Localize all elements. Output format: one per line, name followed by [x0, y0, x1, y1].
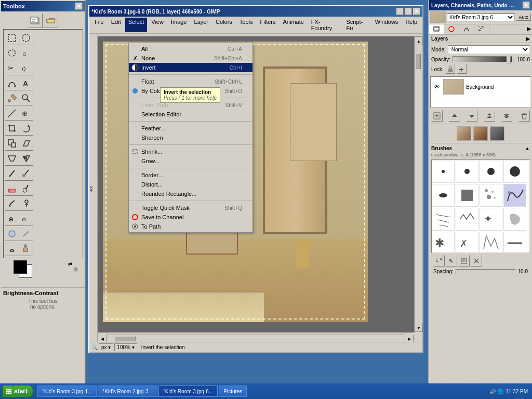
brush-cell[interactable] — [432, 184, 455, 207]
tool-measure[interactable] — [5, 106, 19, 121]
menu-sharpen[interactable]: Sharpen — [129, 133, 252, 142]
taskbar-item-3[interactable]: Pictures — [219, 385, 247, 397]
menu-select-none[interactable]: ✗ None Shift+Ctrl+A — [129, 54, 252, 63]
menu-select-by-color[interactable]: By Color Shift+O — [129, 86, 252, 96]
gimp-maximize-btn[interactable]: □ — [405, 8, 412, 15]
brush-delete-btn[interactable] — [471, 255, 482, 267]
tool-fuzzy-select[interactable]: ⌂ — [19, 46, 33, 60]
menu-layer[interactable]: Layer — [191, 18, 212, 32]
tool-color-picker[interactable] — [5, 91, 19, 105]
tab-layers[interactable] — [429, 24, 444, 34]
menu-select-all[interactable]: All Ctrl+A — [129, 44, 252, 54]
layer-delete-btn[interactable] — [518, 110, 530, 122]
mode-select[interactable]: Normal — [448, 45, 530, 54]
brush-cell[interactable] — [480, 160, 502, 183]
gimp-close-btn[interactable]: ✕ — [413, 8, 420, 15]
image-selector[interactable]: Kid's Room 3.jpg-6 — [447, 14, 515, 21]
brush-cell[interactable] — [456, 208, 478, 231]
start-button[interactable]: ⊞ start — [2, 385, 33, 397]
tool-crop[interactable] — [5, 121, 19, 136]
fg-color-box[interactable] — [14, 260, 27, 274]
tool-move[interactable]: ⊕ — [19, 106, 33, 121]
tool-heal[interactable]: ⊕ — [5, 211, 19, 226]
spacing-slider[interactable] — [456, 269, 516, 274]
scrollbar-vertical[interactable]: ▲ ▼ — [414, 36, 422, 332]
tool-open[interactable] — [44, 14, 58, 28]
tool-eraser[interactable] — [5, 181, 19, 196]
tool-new[interactable] — [28, 14, 43, 28]
taskbar-item-0[interactable]: *Kid's Room 3.jpg-1... — [37, 385, 97, 397]
swap-colors-btn[interactable]: ⇄ — [68, 261, 72, 267]
menu-help[interactable]: Help — [402, 18, 420, 32]
brush-refresh-btn[interactable] — [433, 255, 445, 267]
tool-shear[interactable] — [19, 136, 33, 151]
tool-flip[interactable] — [19, 151, 33, 166]
brush-cell[interactable] — [432, 208, 455, 231]
brushes-expand-btn[interactable]: ▲ — [525, 145, 530, 151]
tab-channels[interactable] — [444, 24, 459, 34]
layers-close-btn[interactable]: ✕ — [523, 2, 530, 9]
tool-paths[interactable] — [5, 76, 19, 90]
menu-save-to-channel[interactable]: Save to Channel — [129, 212, 252, 222]
tool-magnify[interactable] — [19, 91, 33, 105]
tool-paintbrush[interactable] — [19, 166, 33, 181]
brush-color-1[interactable] — [457, 126, 471, 141]
taskbar-item-2[interactable]: *Kid's Room 3.jpg-6... — [158, 385, 218, 397]
brush-cell[interactable] — [480, 232, 502, 253]
menu-edit[interactable]: Edit — [108, 18, 124, 32]
tool-perspective[interactable] — [5, 151, 19, 166]
gimp-minimize-btn[interactable]: _ — [396, 8, 404, 15]
menu-distort[interactable]: Distort... — [129, 180, 252, 189]
tool-rect-select[interactable] — [5, 31, 19, 45]
brush-cell-active[interactable] — [503, 184, 526, 207]
menu-rounded-rectangle[interactable]: Rounded Rectangle... — [129, 189, 252, 198]
tool-blur[interactable] — [5, 227, 19, 241]
brush-cell[interactable]: ✦ — [480, 208, 502, 231]
scrollbar-v-thumb[interactable] — [416, 54, 421, 69]
auto-btn[interactable]: Auto — [516, 14, 531, 21]
menu-feather[interactable]: Feather... — [129, 124, 252, 133]
lock-position-btn[interactable]: ✛ — [457, 64, 467, 74]
layer-top-btn[interactable] — [484, 110, 495, 122]
tab-paths[interactable] — [459, 24, 474, 34]
brush-cell[interactable]: ✱ — [432, 232, 455, 253]
tool-text[interactable]: A — [19, 76, 33, 90]
brush-cell[interactable] — [503, 232, 526, 253]
layer-bottom-btn[interactable] — [501, 110, 512, 122]
tool-dodge-burn[interactable] — [5, 242, 19, 256]
menu-selection-editor[interactable]: Selection Editor — [129, 110, 252, 119]
brush-color-3[interactable] — [490, 126, 504, 141]
unit-select[interactable]: px ▾ — [99, 343, 113, 351]
menu-script-fu[interactable]: Script-Fu — [343, 18, 371, 32]
tool-pencil[interactable] — [5, 166, 19, 181]
layer-row-background[interactable]: 👁 Background — [431, 77, 530, 97]
tool-foreground-select[interactable]: ⟨⟩ — [19, 61, 33, 75]
menu-view[interactable]: View — [148, 18, 167, 32]
tool-airbrush[interactable] — [19, 181, 33, 196]
opacity-slider[interactable] — [453, 56, 512, 62]
zoom-select[interactable]: 100% ▾ — [114, 343, 137, 351]
brush-cell[interactable] — [480, 184, 502, 207]
scroll-up-btn[interactable]: ▲ — [415, 37, 423, 45]
tool-bucket-fill[interactable] — [19, 242, 33, 256]
menu-select-float[interactable]: Float Shift+Ctrl+L — [129, 77, 252, 86]
tool-free-select[interactable] — [5, 46, 19, 60]
menu-select[interactable]: Select — [125, 18, 148, 32]
brush-cell[interactable] — [456, 160, 478, 183]
layer-lower-btn[interactable] — [466, 110, 477, 122]
tool-ellipse-select[interactable] — [19, 31, 33, 45]
menu-toggle-quick-mask[interactable]: Toggle Quick Mask Shift+Q — [129, 203, 252, 212]
tool-perspective-clone[interactable]: ⊙ — [19, 211, 33, 226]
menu-to-path[interactable]: To Path — [129, 222, 252, 231]
scroll-down-btn[interactable]: ▼ — [415, 324, 423, 332]
menu-image[interactable]: Image — [168, 18, 190, 32]
lock-pixels-btn[interactable] — [446, 64, 455, 74]
scrollbar-h-thumb[interactable] — [115, 336, 136, 341]
tool-rotate[interactable] — [19, 121, 33, 136]
brush-cell[interactable] — [456, 184, 478, 207]
brush-edit-btn[interactable]: ✎ — [446, 255, 457, 267]
toolbox-close-btn[interactable]: ✕ — [75, 3, 83, 10]
brush-cell[interactable]: ✗ — [456, 232, 478, 253]
brush-cell[interactable] — [503, 160, 526, 183]
tool-ink[interactable] — [5, 196, 19, 211]
